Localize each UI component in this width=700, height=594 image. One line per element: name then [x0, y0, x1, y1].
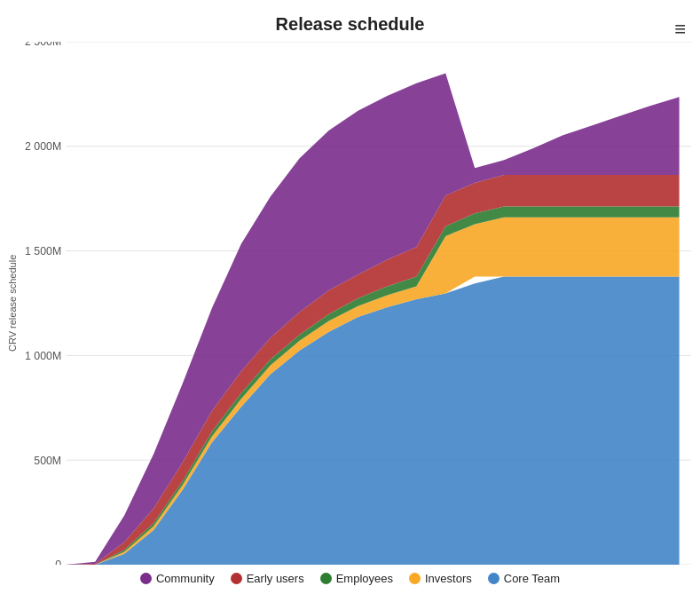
svg-text:500M: 500M [34, 453, 61, 467]
chart-inner: 2 500M 2 000M 1 500M 1 000M 500M 0 [25, 42, 700, 565]
legend-item-core-team: Core Team [488, 572, 560, 585]
chart-legend: Community Early users Employees Investor… [140, 565, 560, 594]
legend-item-community: Community [140, 572, 215, 585]
legend-label-core-team: Core Team [504, 572, 560, 585]
legend-item-investors: Investors [409, 572, 472, 585]
main-chart-svg: 2 500M 2 000M 1 500M 1 000M 500M 0 [25, 42, 691, 565]
hamburger-menu-icon[interactable]: ≡ [674, 20, 686, 39]
legend-dot-core-team [488, 573, 499, 584]
legend-dot-early-users [231, 573, 242, 584]
svg-text:2 500M: 2 500M [25, 42, 61, 49]
legend-item-early-users: Early users [231, 572, 304, 585]
chart-area: CRV release schedule 2 500M 2 000M 1 500… [0, 42, 700, 565]
legend-dot-employees [320, 573, 332, 584]
svg-text:2 000M: 2 000M [25, 139, 61, 154]
legend-item-employees: Employees [320, 572, 393, 585]
legend-dot-investors [409, 573, 421, 584]
legend-dot-community [140, 573, 152, 584]
legend-label-investors: Investors [425, 572, 472, 585]
legend-label-early-users: Early users [247, 572, 304, 585]
legend-label-community: Community [156, 572, 215, 585]
svg-text:1 500M: 1 500M [25, 244, 61, 258]
legend-label-employees: Employees [336, 572, 393, 585]
y-axis-label: CRV release schedule [0, 42, 25, 565]
svg-text:0: 0 [55, 558, 61, 565]
svg-text:1 000M: 1 000M [25, 348, 61, 362]
chart-container: Release schedule ≡ CRV release schedule … [0, 0, 700, 594]
chart-title: Release schedule [276, 14, 425, 35]
